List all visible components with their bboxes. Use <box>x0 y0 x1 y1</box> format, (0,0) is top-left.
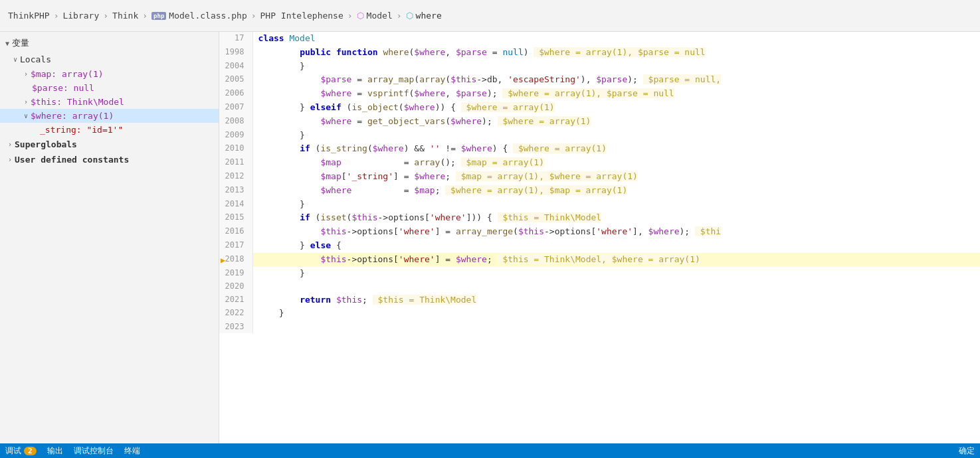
line-content-2023 <box>252 321 980 333</box>
variables-section-header[interactable]: ▼ 变量 <box>0 35 219 52</box>
debug-count-badge: 2 <box>24 447 37 455</box>
line-content-2010: if (is_string($where) && '' != $where) {… <box>252 142 980 156</box>
line-num-2021: 2021 <box>219 293 252 307</box>
parse-variable-label: $parse: null <box>32 83 94 93</box>
table-row: 2004 } <box>219 60 980 74</box>
terminal-label: 终端 <box>124 445 140 457</box>
line-num-1998: 1998 <box>219 46 252 60</box>
line-content-2008: $where = get_object_vars($where); $where… <box>252 115 980 129</box>
line-content-2020 <box>252 280 980 293</box>
filter-label: 调试控制台 <box>74 445 114 457</box>
line-num-2022: 2022 <box>219 307 252 321</box>
map-variable-item[interactable]: › $map: array(1) <box>0 67 219 81</box>
line-num-2014: 2014 <box>219 198 252 212</box>
line-content-2019: } <box>252 267 980 281</box>
line-content-2006: $where = vsprintf($where, $parse); $wher… <box>252 87 980 101</box>
line-num-2009: 2009 <box>219 129 252 143</box>
breadcrumb-think[interactable]: Think <box>112 11 138 21</box>
table-row: 2021 return $this; $this = Think\Model <box>219 293 980 307</box>
line-content-2018: $this->options['where'] = $where; $this … <box>252 253 980 267</box>
table-row: 2010 if (is_string($where) && '' != $whe… <box>219 142 980 156</box>
table-row: 2011 $map = array(); $map = array(1) <box>219 156 980 170</box>
table-row: 2017 } else { <box>219 239 980 253</box>
line-content-2007: } elseif (is_object($where)) { $where = … <box>252 101 980 115</box>
line-num-2017: 2017 <box>219 239 252 253</box>
line-num-2019: 2019 <box>219 267 252 281</box>
breadcrumb-sep-3: › <box>142 11 147 21</box>
user-constants-section-header[interactable]: › User defined constants <box>0 152 219 167</box>
table-row: 17 class Model <box>219 32 980 46</box>
breadcrumb-model-class[interactable]: Model.class.php <box>169 11 246 21</box>
breadcrumb-php-intelephense[interactable]: PHP Intelephense <box>260 11 343 21</box>
filter-status-item[interactable]: 调试控制台 <box>74 445 114 457</box>
table-row: 2005 $parse = array_map(array($this->db,… <box>219 73 980 87</box>
line-num-2020: 2020 <box>219 280 252 293</box>
code-table: 17 class Model 1998 public function wher… <box>219 32 980 333</box>
line-num-2012: 2012 <box>219 170 252 184</box>
this-variable-item[interactable]: › $this: Think\Model <box>0 95 219 109</box>
output-label: 输出 <box>47 445 63 457</box>
confirm-label: 确定 <box>959 445 975 457</box>
where-variable-label: $where: array(1) <box>31 111 114 121</box>
table-row: 2023 <box>219 321 980 333</box>
line-content-2022: } <box>252 307 980 321</box>
status-bar: 调试 2 输出 调试控制台 终端 确定 <box>0 443 980 458</box>
main-area: ▼ 变量 ∨ Locals › $map: array(1) $parse: n… <box>0 32 980 443</box>
where-string-item[interactable]: _string: "id=1'" <box>0 123 219 137</box>
breadcrumb-sep-1: › <box>54 11 59 21</box>
line-content-2005: $parse = array_map(array($this->db, 'esc… <box>252 73 980 87</box>
confirm-status-item[interactable]: 确定 <box>959 445 975 457</box>
variables-label: 变量 <box>12 37 29 49</box>
line-content-2017: } else { <box>252 239 980 253</box>
this-chevron: › <box>24 98 28 106</box>
where-string-label: _string: "id=1'" <box>40 125 123 135</box>
line-num-2007: 2007 <box>219 101 252 115</box>
user-constants-label: User defined constants <box>15 155 129 165</box>
this-variable-label: $this: Think\Model <box>31 97 124 107</box>
superglobals-chevron: › <box>8 141 12 148</box>
where-chevron: ∨ <box>24 112 28 119</box>
table-row: 2014 } <box>219 198 980 212</box>
locals-section-header[interactable]: ∨ Locals <box>0 52 219 67</box>
breadcrumb: ThinkPHP › Library › Think › php Model.c… <box>0 0 980 32</box>
table-row: 2015 if (isset($this->options['where']))… <box>219 211 980 225</box>
line-content-2009: } <box>252 129 980 143</box>
table-row: 2006 $where = vsprintf($where, $parse); … <box>219 87 980 101</box>
output-status-item[interactable]: 输出 <box>47 445 63 457</box>
debug-status-item[interactable]: 调试 2 <box>5 445 37 457</box>
breadcrumb-where[interactable]: where <box>416 11 442 21</box>
map-chevron: › <box>24 70 28 78</box>
table-row-breakpoint: ▶ 2018 $this->options['where'] = $where;… <box>219 253 980 267</box>
line-num-2004: 2004 <box>219 60 252 74</box>
table-row: 2016 $this->options['where'] = array_mer… <box>219 225 980 239</box>
locals-label: Locals <box>20 54 51 64</box>
breadcrumb-sep-5: › <box>347 11 353 21</box>
superglobals-section-header[interactable]: › Superglobals <box>0 137 219 152</box>
parse-variable-item[interactable]: $parse: null <box>0 81 219 95</box>
where-variable-item[interactable]: ∨ $where: array(1) <box>0 109 219 123</box>
table-row: 2008 $where = get_object_vars($where); $… <box>219 115 980 129</box>
table-row: 2007 } elseif (is_object($where)) { $whe… <box>219 101 980 115</box>
line-content-2004: } <box>252 60 980 74</box>
user-constants-chevron: › <box>8 156 12 163</box>
locals-chevron: ∨ <box>13 56 17 63</box>
table-row: 1998 public function where($where, $pars… <box>219 46 980 60</box>
line-num-2023: 2023 <box>219 321 252 333</box>
breakpoint-arrow-icon: ▶ <box>221 254 225 267</box>
code-editor: 17 class Model 1998 public function wher… <box>219 32 980 443</box>
breadcrumb-thinkphp[interactable]: ThinkPHP <box>8 11 50 21</box>
line-content-2014: } <box>252 198 980 212</box>
breadcrumb-sep-2: › <box>103 11 108 21</box>
table-row: 2009 } <box>219 129 980 143</box>
breadcrumb-model[interactable]: Model <box>367 11 393 21</box>
variables-chevron: ▼ <box>5 40 9 47</box>
terminal-status-item[interactable]: 终端 <box>124 445 140 457</box>
debug-label: 调试 <box>5 445 21 457</box>
breadcrumb-where-icon: ⬡ <box>406 11 413 21</box>
line-num-2016: 2016 <box>219 225 252 239</box>
breadcrumb-library[interactable]: Library <box>62 11 99 21</box>
line-num-2015: 2015 <box>219 211 252 225</box>
line-content-2011: $map = array(); $map = array(1) <box>252 156 980 170</box>
table-row: 2020 <box>219 280 980 293</box>
table-row: 2012 $map['_string'] = $where; $map = ar… <box>219 170 980 184</box>
